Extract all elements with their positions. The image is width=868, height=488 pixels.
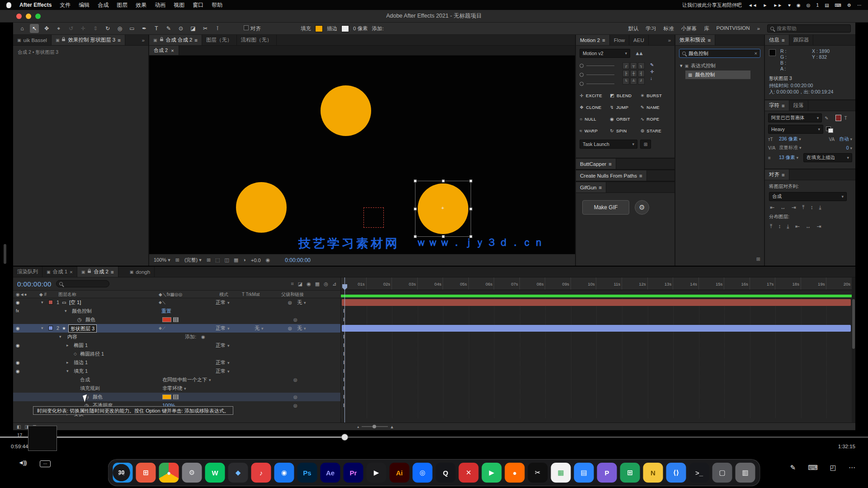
twirl-icon[interactable]: ▸ (66, 358, 69, 367)
tab-quik-bassel[interactable]: ▣uik Bassel (13, 35, 52, 45)
layer-switches[interactable]: ◆／ (159, 324, 166, 333)
menubar-menu-item[interactable]: 窗口 (193, 1, 203, 9)
keyboard-overlay-icon[interactable]: ⌨ (808, 464, 818, 472)
orange-circle-shape[interactable] (236, 182, 287, 233)
dock-player-app[interactable]: ▶ (367, 463, 387, 483)
motion-slider[interactable] (580, 73, 614, 77)
clear-search-icon[interactable]: × (755, 51, 757, 56)
menubar-menu-item[interactable]: 文件 (60, 1, 71, 9)
anchor-grid-button[interactable]: ├ (623, 70, 629, 77)
tab-effect-controls[interactable]: ▣效果控制 形状图层 3≡ (52, 35, 125, 45)
expression-pickwhip-icon[interactable]: ◎ (293, 375, 297, 384)
shy-layers-icon[interactable]: ◉ (307, 281, 311, 287)
dock-purple-app[interactable]: P (597, 463, 617, 483)
effect-group-row[interactable]: fx ▾ 颜色控制 重置 (13, 307, 340, 315)
search-help-box[interactable] (767, 24, 851, 33)
motion-slider[interactable] (580, 64, 614, 68)
home-tool[interactable]: ⌂ (18, 24, 27, 33)
hand-tool[interactable]: ✥ (42, 24, 51, 33)
eye-icon[interactable]: ◉ (16, 324, 20, 333)
label-color-chip[interactable] (48, 300, 53, 305)
expression-pickwhip-icon[interactable]: ◎ (293, 315, 297, 324)
layer-row-null[interactable]: ◉ ▾ 1 ▭ [空 1] ◆＼ 正常▾ ◎ 无▾ (13, 298, 340, 307)
dock-display-app[interactable]: ▢ (712, 463, 732, 483)
shape-path-row[interactable]: ◇ 椭圆路径 1 (13, 350, 340, 358)
tab-create-nulls[interactable]: Create Nulls From Paths≡ (576, 170, 647, 181)
dist-right-icon[interactable]: ⇥ (817, 223, 821, 230)
panel-overflow-icon[interactable]: » (142, 38, 145, 43)
stare-button[interactable]: ⊛STARE (641, 128, 671, 133)
current-time-indicator[interactable] (344, 277, 345, 422)
dock-trash[interactable]: ▥ (736, 463, 755, 483)
stopwatch-icon[interactable]: ◷ (77, 315, 82, 324)
anchor-side-button[interactable]: ✛ (650, 69, 654, 74)
motion-slider[interactable] (580, 82, 614, 86)
dock-after-effects[interactable]: Ae (321, 463, 340, 483)
eraser-tool[interactable]: ◪ (189, 24, 198, 33)
group-name[interactable]: 描边 1 (74, 358, 88, 367)
anchor-grid-button[interactable]: ┤ (638, 70, 645, 77)
add-label[interactable]: 添加: (372, 25, 384, 32)
text-style-icon[interactable]: T (844, 116, 852, 121)
clone-stamp-tool[interactable]: ⊙ (176, 24, 185, 33)
dock-meeting[interactable]: ◎ (413, 463, 433, 483)
property-row-fill-color[interactable]: ◷ 颜色 ◎ (13, 393, 340, 401)
blend-mode-select[interactable]: 正常▾ (216, 298, 230, 307)
dock-blue-app[interactable]: ◉ (274, 463, 294, 483)
kerning-value[interactable]: 度量标准 ▾ (779, 145, 801, 151)
dock-wechat[interactable]: W (205, 463, 225, 483)
panel-menu-icon[interactable]: ≡ (782, 103, 785, 108)
blend-mode-select[interactable]: 正常▾ (216, 324, 230, 333)
burst-button[interactable]: ✳BURST (641, 93, 671, 98)
motion-version-select[interactable]: Motion v2▾ (580, 49, 630, 58)
panel-menu-icon[interactable]: ≡ (708, 38, 711, 43)
tab-effects-presets[interactable]: 效果和预设≡ (675, 35, 715, 45)
dist-center-h-icon[interactable]: ↔ (806, 223, 811, 230)
fill-label[interactable]: 填充 (301, 25, 311, 32)
motion-blur-icon[interactable]: ◎ (324, 281, 328, 287)
dock-notes-app[interactable]: N (643, 463, 663, 483)
work-area-bar[interactable] (341, 295, 852, 297)
blend-mode-select[interactable]: 正常▾ (216, 341, 230, 350)
twirl-icon[interactable]: ▾ (65, 307, 67, 315)
grid-guides-icon[interactable]: ⊞ (207, 257, 211, 263)
dock-music[interactable]: ♪ (251, 463, 271, 483)
align-center-v-icon[interactable]: ↕ (810, 204, 813, 211)
add-button[interactable]: ◉ (201, 333, 205, 341)
tab-flowchart[interactable]: 流程图（无） (237, 35, 277, 45)
layer-bar-null[interactable] (342, 299, 851, 306)
dist-left-icon[interactable]: ⇤ (795, 223, 800, 230)
preset-item-color-control[interactable]: ▦颜色控制 (685, 70, 750, 79)
blend-mode-select[interactable]: 正常▾ (216, 358, 230, 367)
panel-menu-icon[interactable]: ≡ (639, 173, 642, 178)
menubar-menu-item[interactable]: 动画 (155, 1, 165, 9)
parent-select[interactable]: 无▾ (297, 298, 306, 307)
tab-flow[interactable]: Flow (610, 35, 629, 45)
skip-forward-icon[interactable]: ►► (773, 3, 782, 8)
selection-handle[interactable] (469, 179, 472, 183)
magnification-select[interactable]: 100% ▾ (154, 257, 170, 263)
dock-dark-app[interactable]: ◆ (228, 463, 248, 483)
anchor-grid-button[interactable]: ┘ (638, 78, 645, 84)
anchor-point-icon[interactable]: + (441, 205, 444, 211)
viewer-timecode[interactable]: 0:00:00:00 (285, 257, 311, 263)
group-name[interactable]: 椭圆路径 1 (80, 350, 104, 358)
timeline-timecode[interactable]: 0:00:00:00 (17, 280, 52, 288)
display-icon[interactable]: ▤ (825, 3, 829, 8)
count-badge[interactable]: 1 (816, 3, 819, 8)
menubar-menu-item[interactable]: 效果 (136, 1, 146, 9)
property-row-color[interactable]: ◷ 颜色 ◎ (13, 315, 340, 324)
keyboard-icon[interactable]: ⌨ (835, 3, 841, 8)
stroke-color-swatch[interactable] (341, 25, 349, 32)
dock-sheets-app[interactable]: ⊞ (620, 463, 640, 483)
parent-pickwhip-icon[interactable]: ◎ (288, 324, 292, 333)
tab-layer-viewer[interactable]: 图层（无） (202, 35, 237, 45)
stroke-group-row[interactable]: ◉ ▸ 描边 1 正常▾ (13, 358, 340, 367)
layer-switches[interactable]: ◆＼ (159, 298, 166, 307)
dolly-camera-tool[interactable]: ⇕ (91, 24, 100, 33)
rope-button[interactable]: ∿ROPE (641, 117, 671, 122)
minimize-window-button[interactable] (26, 14, 31, 19)
heart-icon[interactable]: ♥ (788, 3, 791, 8)
region-of-interest-icon[interactable]: ◫ (225, 257, 229, 263)
presets-search-box[interactable]: × (679, 49, 760, 58)
